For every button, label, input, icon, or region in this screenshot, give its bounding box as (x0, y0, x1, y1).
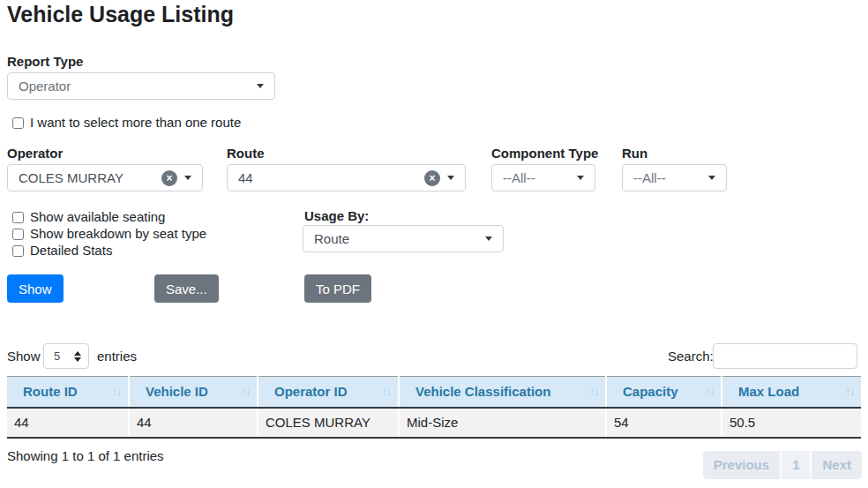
sort-icon: ↑↓ (241, 386, 250, 398)
component-type-select[interactable]: --All-- (491, 164, 595, 191)
show-breakdown-label[interactable]: Show breakdown by seat type (30, 226, 206, 241)
vehicle-usage-listing-page: Vehicle Usage Listing Report Type Operat… (0, 0, 868, 488)
column-header-capacity[interactable]: Capacity ↑↓ (606, 377, 722, 408)
show-breakdown-checkbox[interactable] (12, 229, 24, 240)
to-pdf-button[interactable]: To PDF (304, 274, 371, 303)
sort-icon: ↑↓ (589, 386, 598, 398)
entries-select[interactable]: 5 (43, 343, 89, 369)
chevron-down-icon (257, 84, 264, 88)
cell-capacity: 54 (606, 408, 722, 438)
entries-prefix-label: Show (7, 349, 41, 364)
component-type-value: --All-- (503, 170, 570, 185)
show-available-seating-checkbox[interactable] (12, 212, 24, 223)
column-header-route-id[interactable]: Route ID ↑↓ (7, 377, 129, 408)
detailed-stats-label[interactable]: Detailed Stats (30, 243, 112, 258)
column-header-operator-id[interactable]: Operator ID ↑↓ (258, 377, 399, 408)
run-label: Run (622, 146, 647, 161)
vehicle-usage-table: Route ID ↑↓ Vehicle ID ↑↓ Operator ID ↑↓… (7, 376, 861, 439)
route-value: 44 (238, 170, 417, 185)
chevron-down-icon (184, 176, 191, 180)
table-header-row: Route ID ↑↓ Vehicle ID ↑↓ Operator ID ↑↓… (7, 377, 861, 408)
table-row: 44 44 COLES MURRAY Mid-Size 54 50.5 (7, 408, 861, 438)
cell-route-id: 44 (7, 408, 129, 438)
page-title: Vehicle Usage Listing (7, 2, 234, 27)
component-type-label: Component Type (491, 146, 598, 161)
route-combobox[interactable]: 44 × (227, 164, 466, 191)
cell-vehicle-classification: Mid-Size (399, 408, 606, 438)
run-select[interactable]: --All-- (622, 164, 727, 191)
operator-value: COLES MURRAY (19, 170, 154, 185)
sort-icon: ↑↓ (705, 386, 714, 398)
column-header-max-load[interactable]: Max Load ↑↓ (722, 377, 861, 408)
route-label: Route (227, 146, 265, 161)
detailed-stats-checkbox[interactable] (12, 245, 24, 257)
show-available-seating-label[interactable]: Show available seating (30, 209, 165, 224)
show-button[interactable]: Show (7, 274, 64, 303)
usage-by-select[interactable]: Route (303, 225, 504, 252)
clear-route-icon[interactable]: × (424, 170, 440, 186)
pagination-page-1-button[interactable]: 1 (782, 451, 810, 479)
chevron-down-icon (485, 236, 492, 241)
sort-icon: ↑↓ (845, 386, 854, 398)
chevron-down-icon (447, 176, 454, 180)
report-type-value: Operator (19, 79, 250, 94)
column-header-vehicle-classification[interactable]: Vehicle Classification ↑↓ (399, 377, 606, 408)
spinner-icon (74, 351, 81, 362)
entries-suffix-label: entries (97, 349, 137, 364)
cell-operator-id: COLES MURRAY (258, 408, 399, 438)
pagination-previous-button[interactable]: Previous (703, 451, 780, 479)
multi-route-checkbox-label[interactable]: I want to select more than one route (30, 115, 241, 130)
chevron-down-icon (708, 176, 715, 180)
chevron-down-icon (577, 176, 584, 180)
operator-label: Operator (7, 146, 63, 161)
pagination-next-button[interactable]: Next (812, 451, 862, 479)
search-label: Search: (668, 349, 714, 364)
sort-icon: ↑↓ (112, 386, 121, 398)
table-info-text: Showing 1 to 1 of 1 entries (7, 448, 164, 463)
cell-vehicle-id: 44 (129, 408, 258, 438)
run-value: --All-- (633, 170, 701, 185)
usage-by-label: Usage By: (304, 208, 369, 223)
cell-max-load: 50.5 (722, 408, 861, 438)
entries-select-value: 5 (54, 349, 60, 363)
save-button[interactable]: Save... (154, 274, 219, 303)
search-input[interactable] (713, 343, 857, 369)
multi-route-checkbox[interactable] (12, 117, 24, 129)
report-type-select[interactable]: Operator (7, 72, 275, 100)
pagination: Previous 1 Next (703, 451, 862, 479)
report-type-label: Report Type (7, 54, 83, 69)
operator-combobox[interactable]: COLES MURRAY × (7, 164, 203, 191)
clear-operator-icon[interactable]: × (161, 170, 177, 186)
sort-icon: ↑↓ (382, 386, 391, 398)
usage-by-value: Route (314, 231, 478, 246)
column-header-vehicle-id[interactable]: Vehicle ID ↑↓ (129, 377, 258, 408)
